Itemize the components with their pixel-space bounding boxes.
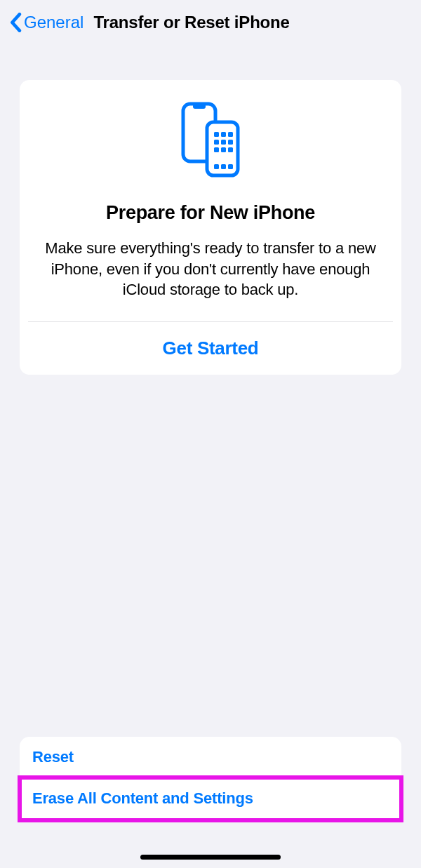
svg-rect-7 xyxy=(221,140,226,145)
back-button[interactable]: General xyxy=(8,13,83,32)
back-label: General xyxy=(22,13,83,32)
svg-rect-1 xyxy=(193,104,206,109)
erase-all-button[interactable]: Erase All Content and Settings xyxy=(20,778,401,819)
svg-rect-6 xyxy=(214,140,219,145)
svg-rect-13 xyxy=(221,164,226,169)
navigation-bar: General Transfer or Reset iPhone xyxy=(0,0,421,45)
svg-rect-11 xyxy=(228,147,233,152)
svg-rect-4 xyxy=(221,132,226,137)
page-title: Transfer or Reset iPhone xyxy=(86,13,289,32)
chevron-left-icon xyxy=(8,13,22,32)
prepare-card-title: Prepare for New iPhone xyxy=(20,202,401,224)
prepare-card-description: Make sure everything's ready to transfer… xyxy=(20,238,401,300)
svg-rect-3 xyxy=(214,132,219,137)
home-indicator[interactable] xyxy=(140,855,281,860)
svg-rect-5 xyxy=(228,132,233,137)
reset-options-list: Reset Erase All Content and Settings xyxy=(20,737,401,819)
svg-rect-14 xyxy=(228,164,233,169)
svg-rect-12 xyxy=(214,164,219,169)
svg-rect-10 xyxy=(221,147,226,152)
transfer-devices-icon xyxy=(20,101,401,178)
svg-rect-8 xyxy=(228,140,233,145)
svg-rect-9 xyxy=(214,147,219,152)
prepare-card: Prepare for New iPhone Make sure everyth… xyxy=(20,80,401,375)
get-started-button[interactable]: Get Started xyxy=(20,322,401,375)
reset-button[interactable]: Reset xyxy=(20,737,401,777)
